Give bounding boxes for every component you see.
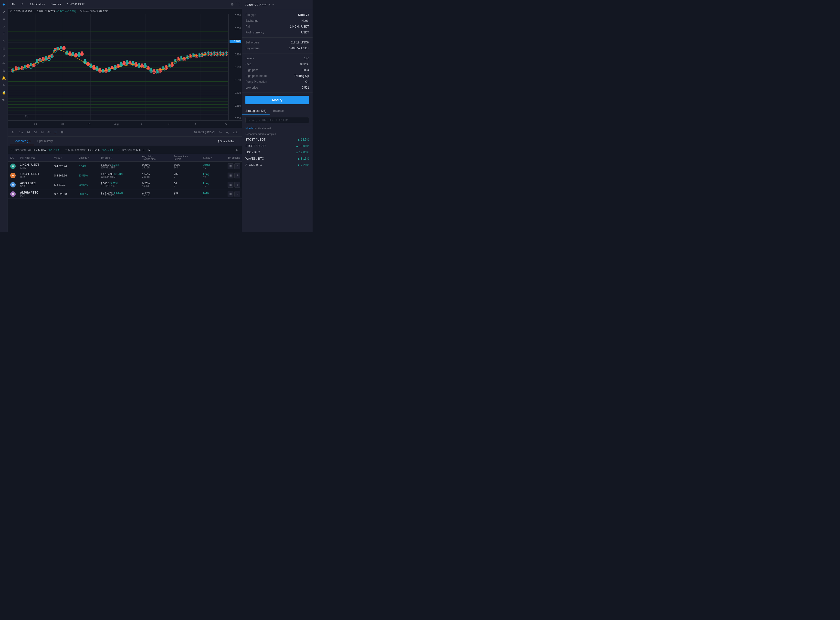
exchange-icon: H (10, 182, 16, 188)
stats-btn[interactable]: ▦ (227, 173, 233, 178)
timeframe-1h[interactable]: 1h (53, 130, 59, 134)
strategy-row-waves-btc[interactable]: WAVES / BTC ▲8.13% (242, 155, 313, 162)
high-price-row: High price 0.834 (242, 67, 313, 73)
help-icon[interactable]: ? (272, 3, 274, 6)
text-tool[interactable]: T (1, 31, 7, 37)
draw-tool[interactable]: ↗ (1, 23, 7, 30)
wave-tool[interactable]: ∿ (1, 38, 7, 44)
strategy-name: ATOM / BTC (245, 163, 262, 167)
pair-label: Pair (245, 25, 250, 28)
open-value: 0.789 (14, 10, 21, 13)
lock-tool[interactable]: 🔒 (1, 89, 7, 96)
crosshair-tool[interactable]: ✚ (1, 2, 7, 8)
timeframe-3m[interactable]: 3m (10, 130, 17, 134)
svg-rect-40 (18, 67, 20, 70)
value-help-icon[interactable]: ? (118, 149, 119, 151)
profit-cell: $ 1 184.99 36.23% 1185.34 USDT (101, 173, 142, 178)
col-status: Status ? (203, 155, 227, 160)
bot-type-value: SBot V2 (298, 13, 309, 17)
strategy-row-ldo-btc[interactable]: LDO / BTC ▲12.03% (242, 149, 313, 155)
svg-rect-96 (102, 69, 104, 72)
right-panel: SBot V2 details ? Bot type SBot V2 Excha… (242, 0, 313, 232)
pair-label[interactable]: 1INCH/USDT (66, 2, 86, 7)
tab-spot-bots[interactable]: Spot bots (9) (10, 137, 34, 145)
tab-spot-history[interactable]: Spot history (34, 137, 56, 145)
time-label-29: 29 (34, 123, 37, 125)
time-label-4: 4 (195, 123, 196, 125)
time-label-30: 30 (61, 123, 64, 125)
modify-button[interactable]: Modify (245, 96, 309, 104)
col-daily: Avg. dailyTrading time (142, 155, 174, 160)
exchange-row: Exchange Huobi (242, 18, 313, 24)
compare-icon[interactable]: ⊞ (61, 131, 63, 134)
pump-protection-label: Pump Protection (245, 80, 267, 83)
col-pair: Pair / Bot type (20, 155, 54, 160)
timeframe-header[interactable]: 1h (10, 2, 17, 7)
candle-type[interactable]: 🕯 (19, 2, 25, 7)
chart-canvas[interactable]: TV 0.850 0.800 0.789 0.750 0.700 0.650 0… (8, 14, 242, 120)
stats-btn[interactable]: ▦ (227, 182, 233, 188)
strategy-row-btcst-busd[interactable]: BTCST / BUSD ▲13.08% (242, 143, 313, 149)
svg-rect-132 (156, 69, 158, 73)
status-text: Long (203, 191, 227, 194)
timeframe-3d[interactable]: 3d (33, 130, 38, 134)
pnl-help-icon[interactable]: ? (11, 149, 12, 151)
timeframe-6h[interactable]: 6h (46, 130, 51, 134)
step-label: Step (245, 63, 251, 66)
tab-strategies[interactable]: Strategies (427) (242, 107, 269, 115)
emoji-tool[interactable]: ☺ (1, 53, 7, 59)
pencil-tool[interactable]: ✏ (1, 60, 7, 66)
status-cell: Long TP (203, 173, 227, 178)
percent-btn[interactable]: % (218, 130, 223, 134)
strategy-search-input[interactable] (245, 117, 309, 123)
edit-btn[interactable]: ⊘ (235, 182, 240, 188)
orders-section: Sell orders 517.19 1INCH Buy orders 3 49… (242, 38, 313, 53)
time-label-3: 3 (168, 123, 170, 125)
filter-icon[interactable]: ⚙ (236, 148, 239, 152)
svg-rect-126 (148, 66, 149, 69)
strategy-name: LDO / BTC (245, 150, 260, 154)
profit-help-icon[interactable]: ? (65, 149, 67, 151)
log-btn[interactable]: log (225, 130, 230, 134)
open-label: O (10, 10, 12, 13)
buy-orders-row: Buy orders 3 490.57 USDT (242, 45, 313, 51)
alert-tool[interactable]: 🔔 (1, 75, 7, 81)
svg-rect-108 (120, 62, 122, 66)
time-axis-settings-icon[interactable]: ⚙ (224, 122, 227, 126)
strategy-row-btcst-usdt[interactable]: BTCST / USDT ▲13.5% (242, 137, 313, 143)
zoom-tool[interactable]: ⊕ (1, 68, 7, 74)
strategy-row-atom-btc[interactable]: ATOM / BTC ▲7.28% (242, 162, 313, 168)
edit-btn[interactable]: ⊘ (235, 163, 240, 169)
stats-btn[interactable]: ▦ (227, 163, 233, 169)
col-value: Value ? (54, 155, 78, 160)
strategy-name: BTCST / BUSD (245, 144, 265, 147)
grid-tool[interactable]: ⊞ (1, 45, 7, 52)
pair-value: 1INCH / USDT (290, 25, 309, 28)
up-arrow-icon: ▲ (295, 144, 298, 147)
stats-btn[interactable]: ▦ (227, 191, 233, 197)
up-arrow-icon: ▲ (297, 163, 300, 167)
trans-cell: 232 0 (174, 173, 203, 178)
indicators-btn[interactable]: ƒ Indicators (28, 2, 46, 7)
settings-icon[interactable]: ⚙ (231, 3, 234, 6)
tab-balance[interactable]: Balance (269, 107, 287, 115)
chart-plot[interactable]: TV (8, 14, 228, 120)
annotation-tool[interactable]: ✎ (1, 82, 7, 88)
cursor-tool[interactable]: ↗ (1, 9, 7, 15)
auto-btn[interactable]: auto (232, 130, 239, 134)
chart-controls: 3m 1m 7d 3d 1d 6h 1h ⊞ 18:16:27 (UTC+3) … (8, 128, 242, 137)
exchange-label[interactable]: Binance (49, 2, 63, 7)
timeframe-7d[interactable]: 7d (26, 130, 31, 134)
strat-search-container (242, 115, 313, 125)
edit-btn[interactable]: ⊘ (235, 173, 240, 178)
edit-btn[interactable]: ⊘ (235, 191, 240, 197)
timeframe-1d[interactable]: 1d (39, 130, 45, 134)
lines-tool[interactable]: ≡ (1, 16, 7, 23)
eye-tool[interactable]: 👁 (1, 97, 7, 103)
status-sub: TP (203, 185, 227, 188)
fullscreen-icon[interactable]: ⛶ (236, 3, 239, 6)
svg-rect-82 (81, 51, 83, 55)
timeframe-1m[interactable]: 1m (18, 130, 24, 134)
value-cell: $ 7 526.88 (54, 193, 78, 196)
share-earn-button[interactable]: $ Share & Earn (215, 138, 239, 144)
